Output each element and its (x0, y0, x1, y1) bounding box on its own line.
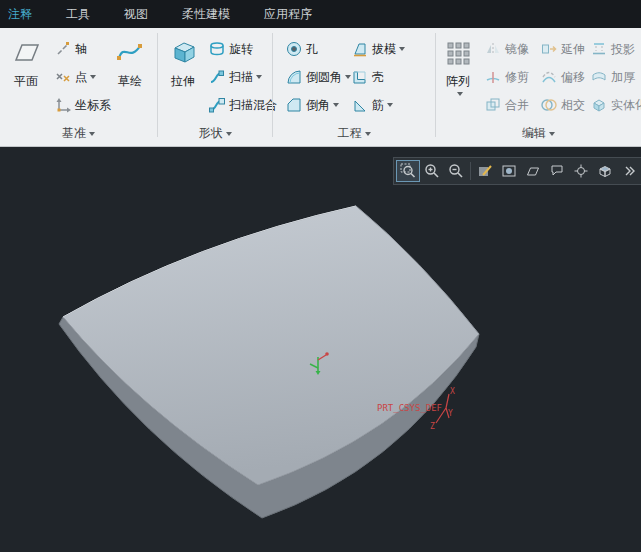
ribbon-button-point[interactable]: 点 (52, 66, 98, 88)
mirror-icon (484, 40, 502, 58)
hole-icon (285, 40, 303, 58)
ribbon-button-extrude[interactable]: 拉伸 (162, 34, 204, 90)
sketch-icon (115, 34, 145, 70)
dropdown-arrow-icon[interactable] (90, 75, 96, 79)
ribbon-group-shapes: 拉伸 旋转 扫描 扫描混合 形状 (158, 28, 272, 146)
group-label-engineering[interactable]: 工程 (273, 125, 435, 142)
ribbon-button-project[interactable]: 投影 (588, 38, 637, 60)
axis-z-label: Z (430, 422, 435, 431)
ribbon-button-label: 相交 (561, 97, 585, 114)
group-label-datum[interactable]: 基准 (0, 125, 157, 142)
ribbon-button-sketch[interactable]: 草绘 (108, 34, 152, 90)
dropdown-arrow-icon[interactable] (399, 47, 405, 51)
ribbon-button-label: 拔模 (372, 41, 396, 58)
ribbon-button-label: 合并 (505, 97, 529, 114)
toolbar-overflow-icon[interactable] (617, 160, 641, 182)
ribbon-group-datum: 平面 轴 点 坐标系 草绘 基准 (0, 28, 157, 146)
ribbon-button-label: 偏移 (561, 69, 585, 86)
ribbon-button-label: 壳 (372, 69, 384, 86)
ribbon-button-trim[interactable]: 修剪 (482, 66, 531, 88)
ribbon-button-revolve[interactable]: 旋转 (206, 38, 255, 60)
ribbon-group-editing: 阵列 镜像 修剪 合并 延伸 (436, 28, 641, 146)
shell-icon (351, 68, 369, 86)
dropdown-arrow-icon[interactable] (256, 75, 262, 79)
ribbon-button-label: 修剪 (505, 69, 529, 86)
ribbon-button-draft[interactable]: 拔模 (349, 38, 407, 60)
dropdown-arrow-icon (365, 132, 371, 136)
ribbon-button-label: 筋 (372, 97, 384, 114)
csys-icon (54, 96, 72, 114)
menu-view[interactable]: 视图 (107, 0, 165, 28)
3d-canvas[interactable]: PRT_CSYS_DEF X Y Z (0, 147, 641, 552)
datum-display-icon[interactable] (521, 160, 545, 182)
ribbon-button-shell[interactable]: 壳 (349, 66, 386, 88)
graphics-toolbar (393, 157, 641, 185)
menu-applications[interactable]: 应用程序 (247, 0, 329, 28)
ribbon-button-offset[interactable]: 偏移 (538, 66, 587, 88)
ribbon-button-hole[interactable]: 孔 (283, 38, 320, 60)
graphics-area[interactable]: PRT_CSYS_DEF X Y Z (0, 147, 641, 552)
rib-icon (351, 96, 369, 114)
ribbon-button-label: 平面 (14, 73, 38, 90)
ribbon-button-sweep[interactable]: 扫描 (206, 66, 264, 88)
ribbon-button-label: 旋转 (229, 41, 253, 58)
ribbon-button-round[interactable]: 倒圆角 (283, 66, 353, 88)
dropdown-arrow-icon[interactable] (457, 92, 463, 96)
model-surface-top[interactable] (63, 206, 479, 485)
extrude-icon (168, 34, 198, 70)
display-style-icon[interactable] (497, 160, 521, 182)
ribbon-button-label: 孔 (306, 41, 318, 58)
view-manager-icon[interactable] (593, 160, 617, 182)
zoom-window-icon[interactable] (396, 160, 420, 182)
group-label-editing[interactable]: 编辑 (436, 125, 641, 142)
merge-icon (484, 96, 502, 114)
ribbon-button-solidify[interactable]: 实体化 (588, 94, 641, 116)
ribbon-button-label: 拉伸 (171, 73, 195, 90)
ribbon-button-label: 倒角 (306, 97, 330, 114)
revolve-icon (208, 40, 226, 58)
pattern-icon (443, 34, 473, 70)
plane-icon (11, 34, 41, 70)
menu-flexible-modeling[interactable]: 柔性建模 (165, 0, 247, 28)
solidify-icon (590, 96, 608, 114)
trim-icon (484, 68, 502, 86)
axis-icon (54, 40, 72, 58)
menu-tools[interactable]: 工具 (49, 0, 107, 28)
ribbon-button-rib[interactable]: 筋 (349, 94, 395, 116)
ribbon-button-mirror[interactable]: 镜像 (482, 38, 531, 60)
ribbon-button-extend[interactable]: 延伸 (538, 38, 587, 60)
dropdown-arrow-icon[interactable] (387, 103, 393, 107)
ribbon-button-label: 扫描 (229, 69, 253, 86)
repaint-icon[interactable] (473, 160, 497, 182)
project-icon (590, 40, 608, 58)
zoom-out-icon[interactable] (444, 160, 468, 182)
spin-center-icon[interactable] (569, 160, 593, 182)
offset-icon (540, 68, 558, 86)
extend-icon (540, 40, 558, 58)
chamfer-icon (285, 96, 303, 114)
ribbon-button-pattern[interactable]: 阵列 (438, 34, 478, 96)
ribbon-button-csys[interactable]: 坐标系 (52, 94, 113, 116)
ribbon-button-label: 投影 (611, 41, 635, 58)
annotation-display-icon[interactable] (545, 160, 569, 182)
csys-label: PRT_CSYS_DEF (377, 403, 442, 413)
ribbon-button-chamfer[interactable]: 倒角 (283, 94, 341, 116)
point-icon (54, 68, 72, 86)
zoom-in-icon[interactable] (420, 160, 444, 182)
menubar: 注释 工具 视图 柔性建模 应用程序 (0, 0, 641, 28)
ribbon-button-swept-blend[interactable]: 扫描混合 (206, 94, 279, 116)
menu-annotate[interactable]: 注释 (0, 0, 49, 28)
group-label-shapes[interactable]: 形状 (158, 125, 272, 142)
dropdown-arrow-icon (89, 132, 95, 136)
ribbon-button-axis[interactable]: 轴 (52, 38, 89, 60)
ribbon-button-plane[interactable]: 平面 (4, 34, 48, 90)
ribbon-button-intersect[interactable]: 相交 (538, 94, 587, 116)
ribbon-button-label: 倒圆角 (306, 69, 342, 86)
sweep-icon (208, 68, 226, 86)
ribbon-button-thicken[interactable]: 加厚 (588, 66, 637, 88)
ribbon-button-merge[interactable]: 合并 (482, 94, 531, 116)
ribbon-button-label: 镜像 (505, 41, 529, 58)
dropdown-arrow-icon[interactable] (333, 103, 339, 107)
ribbon: 平面 轴 点 坐标系 草绘 基准 (0, 28, 641, 147)
dropdown-arrow-icon (549, 132, 555, 136)
